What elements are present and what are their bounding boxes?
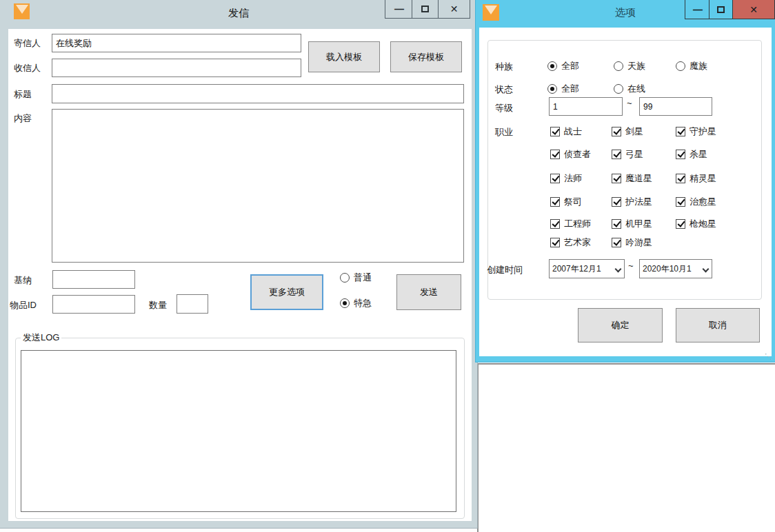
status-label: 状态: [495, 83, 513, 96]
class-checkbox-artist[interactable]: 艺术家: [550, 236, 591, 249]
recipient-input[interactable]: [52, 59, 301, 77]
close-icon: ✕: [450, 3, 459, 14]
class-checkbox-rider[interactable]: 机甲星: [612, 218, 652, 230]
created-to-datepicker[interactable]: 2020年10月1: [639, 259, 712, 278]
content-label: 内容: [14, 112, 32, 125]
class-checkbox-gunner[interactable]: 枪炮星: [676, 218, 716, 230]
level-label: 等级: [495, 102, 513, 114]
kinah-input[interactable]: [52, 270, 135, 289]
priority-normal-radio[interactable]: 普通: [340, 272, 372, 284]
subject-label: 标题: [14, 88, 32, 101]
status-all-label: 全部: [561, 83, 579, 95]
desktop: 发信 — ✕ 寄信人 收信人 载入模板 保存模板 标题 内容: [0, 0, 775, 532]
class-checkbox-priest[interactable]: 祭司: [550, 196, 582, 208]
class-checkbox-bard[interactable]: 吟游星: [612, 236, 652, 249]
created-from-value: 2007年12月1: [552, 263, 601, 275]
cancel-button[interactable]: 取消: [676, 308, 760, 342]
class-checkbox-warrior[interactable]: 战士: [550, 125, 582, 138]
checkbox-checked-icon: [612, 174, 621, 183]
class-label: 杀星: [690, 148, 707, 161]
filters-groupbox: [487, 40, 762, 300]
class-checkbox-sorcerer[interactable]: 魔道星: [612, 172, 652, 185]
race-label: 种族: [495, 61, 513, 73]
class-label: 魔道星: [625, 172, 652, 185]
class-checkbox-spiritmaster[interactable]: 精灵星: [676, 172, 716, 185]
status-online-label: 在线: [627, 83, 645, 95]
class-checkbox-engineer[interactable]: 工程师: [550, 218, 591, 230]
checkbox-checked-icon: [550, 127, 560, 136]
level-min-input[interactable]: [549, 97, 623, 116]
race-asmodian-radio[interactable]: 魔族: [676, 60, 707, 72]
radio-unselected-icon: [614, 84, 623, 94]
maximize-icon: [717, 6, 725, 13]
status-all-radio[interactable]: 全部: [547, 83, 579, 95]
class-checkbox-mage[interactable]: 法师: [550, 172, 582, 185]
maximize-icon: [421, 6, 429, 12]
checkbox-checked-icon: [550, 197, 560, 207]
close-button[interactable]: ✕: [733, 0, 774, 19]
class-checkbox-gladiator[interactable]: 剑星: [612, 125, 643, 138]
subject-input[interactable]: [52, 84, 464, 103]
level-range-separator: ~: [627, 98, 632, 108]
send-log-textarea[interactable]: [21, 350, 456, 512]
priority-urgent-radio[interactable]: 特急: [340, 297, 372, 309]
priority-urgent-label: 特急: [354, 297, 372, 309]
options-window-titlebar[interactable]: 选项 — ✕: [476, 0, 775, 28]
ok-button[interactable]: 确定: [578, 308, 663, 342]
maximize-button[interactable]: [709, 0, 733, 19]
item-id-input[interactable]: [52, 295, 135, 314]
radio-selected-icon: [547, 84, 557, 94]
class-label: 法师: [564, 172, 582, 185]
class-checkbox-cleric[interactable]: 治愈星: [676, 196, 716, 208]
send-button[interactable]: 发送: [396, 274, 461, 310]
checkbox-checked-icon: [550, 238, 560, 247]
more-options-button[interactable]: 更多选项: [250, 274, 323, 310]
radio-unselected-icon: [676, 61, 685, 71]
checkbox-checked-icon: [612, 219, 621, 229]
class-label: 剑星: [625, 125, 643, 138]
resize-grip[interactable]: ⋱: [765, 353, 772, 360]
checkbox-checked-icon: [612, 127, 621, 136]
quantity-label: 数量: [149, 299, 167, 311]
created-time-label: 创建时间: [487, 264, 523, 276]
radio-unselected-icon: [614, 61, 623, 71]
minimize-button[interactable]: —: [685, 0, 709, 19]
class-label: 战士: [564, 125, 582, 138]
race-all-radio[interactable]: 全部: [547, 60, 579, 72]
background-window: [477, 363, 775, 532]
race-asmodian-label: 魔族: [690, 60, 707, 72]
class-checkbox-chanter[interactable]: 护法星: [612, 196, 652, 208]
checkbox-checked-icon: [550, 219, 560, 229]
checkbox-checked-icon: [676, 219, 685, 229]
class-checkbox-assassin[interactable]: 杀星: [676, 148, 707, 161]
maximize-button[interactable]: [412, 0, 439, 18]
level-max-input[interactable]: [639, 97, 712, 116]
class-label: 工程师: [564, 218, 591, 230]
load-template-button[interactable]: 载入模板: [308, 41, 380, 72]
checkbox-checked-icon: [612, 197, 621, 207]
class-checkbox-templar[interactable]: 守护星: [676, 125, 716, 138]
class-checkbox-ranger[interactable]: 弓星: [612, 148, 643, 161]
minimize-button[interactable]: —: [385, 0, 412, 18]
status-online-radio[interactable]: 在线: [614, 83, 645, 95]
created-range-separator: ~: [628, 260, 634, 271]
close-button[interactable]: ✕: [439, 0, 470, 18]
class-checkbox-scout[interactable]: 侦查者: [550, 148, 591, 161]
checkbox-checked-icon: [612, 238, 621, 247]
dropdown-arrow-icon: [703, 266, 709, 273]
class-label: 机甲星: [625, 218, 652, 230]
race-elyos-radio[interactable]: 天族: [614, 60, 645, 72]
sender-input[interactable]: [52, 34, 301, 52]
class-label: 弓星: [625, 148, 643, 161]
send-window-controls: — ✕: [385, 0, 470, 19]
save-template-button[interactable]: 保存模板: [390, 41, 462, 72]
content-textarea[interactable]: [52, 109, 464, 263]
close-icon: ✕: [749, 4, 758, 15]
quantity-input[interactable]: [177, 294, 208, 314]
send-log-group-label: 发送LOG: [21, 331, 61, 344]
class-label: 祭司: [564, 196, 582, 208]
checkbox-checked-icon: [676, 174, 685, 183]
created-to-value: 2020年10月1: [643, 263, 692, 275]
created-from-datepicker[interactable]: 2007年12月1: [549, 259, 625, 278]
send-window-titlebar[interactable]: 发信 — ✕: [0, 0, 477, 29]
